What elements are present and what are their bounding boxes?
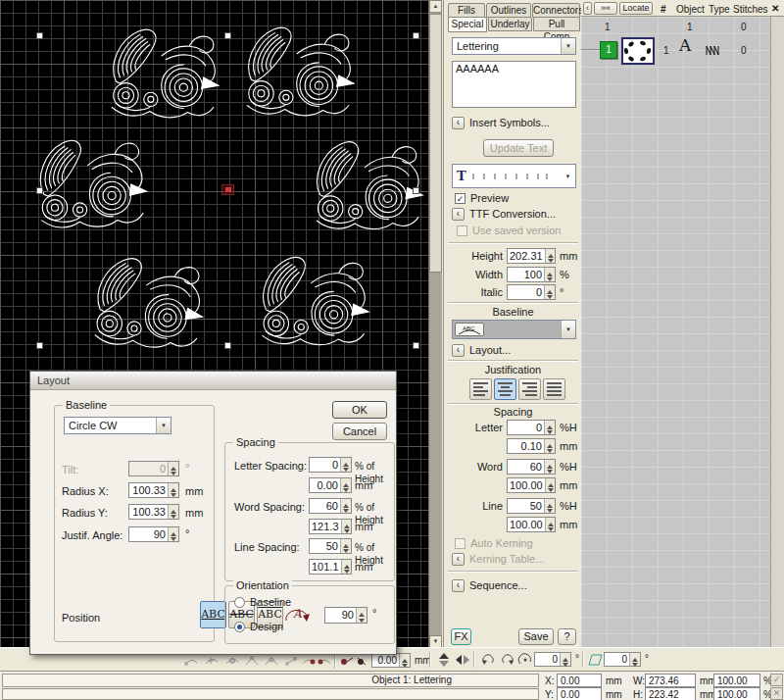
spinner-control[interactable]	[544, 499, 555, 513]
exit-point-icon[interactable]	[316, 654, 333, 670]
spinner-control[interactable]	[340, 539, 351, 553]
spinner-control[interactable]	[545, 518, 555, 531]
column-stitches[interactable]: Stitches	[733, 3, 768, 16]
expand-left-icon[interactable]: ‹	[452, 344, 465, 357]
spinner-control[interactable]	[168, 483, 178, 497]
lettering-style-select[interactable]: Lettering ▼	[452, 37, 576, 55]
tab-connectors[interactable]: Connectors	[532, 3, 580, 18]
spinner-control[interactable]	[168, 527, 178, 541]
rotate-angle-field[interactable]: 0	[534, 652, 571, 667]
spinner-control[interactable]	[544, 439, 555, 453]
end-needle-icon[interactable]	[354, 654, 371, 670]
ok-button[interactable]: OK	[332, 401, 387, 419]
object-number[interactable]: 1	[663, 44, 669, 57]
line-spacing-pct-field[interactable]: 50	[309, 538, 352, 554]
baseline-type-select[interactable]: Circle CW ▼	[64, 417, 172, 434]
rotate-ccw-icon[interactable]	[479, 652, 497, 668]
spinner-control[interactable]	[560, 653, 570, 666]
word-pct-field[interactable]: 60	[507, 459, 556, 475]
spinner-control[interactable]	[545, 249, 555, 263]
spinner-control[interactable]	[545, 478, 555, 492]
radius-y-field[interactable]: 100.33	[128, 504, 179, 520]
baseline-center-marker[interactable]	[221, 184, 234, 195]
dialog-title[interactable]: Layout	[30, 372, 396, 390]
lettering-type-icon[interactable]: A	[679, 39, 691, 52]
satin-stitch-icon[interactable]	[705, 43, 721, 57]
object-thumbnail[interactable]	[621, 37, 655, 65]
letter-mm-field[interactable]: 0.10	[507, 438, 556, 454]
justify-right-button[interactable]	[518, 378, 541, 400]
embroidery-design[interactable]	[231, 24, 361, 124]
tab-special[interactable]: Special	[448, 17, 487, 32]
chevron-down-icon[interactable]: ▼	[561, 38, 575, 54]
collapse-all-button[interactable]: »«	[594, 2, 617, 15]
line-spacing-mm-field[interactable]: 101.1	[309, 559, 352, 575]
locate-button[interactable]: Locate	[619, 2, 653, 15]
spinner-control[interactable]	[341, 560, 351, 574]
color-badge[interactable]: 1	[600, 41, 617, 59]
tab-outlines[interactable]: Outlines	[486, 3, 531, 18]
chevron-down-icon[interactable]: ▼	[156, 418, 171, 433]
embroidery-design[interactable]	[298, 135, 430, 240]
height-field[interactable]: 202.31	[507, 248, 556, 264]
spinner-control[interactable]	[340, 478, 351, 492]
stitch-angle-icon[interactable]	[282, 654, 300, 670]
x-field[interactable]: 0.00	[557, 674, 602, 687]
insert-symbols-button[interactable]: Insert Symbols...	[469, 117, 550, 129]
selection-handle[interactable]	[36, 187, 43, 194]
chevron-down-icon[interactable]: ▼	[561, 165, 575, 187]
spinner-control[interactable]	[399, 654, 410, 667]
justify-left-button[interactable]	[469, 378, 492, 400]
kerning-table-button[interactable]: Kerning Table...	[469, 553, 544, 566]
spinner-control[interactable]	[356, 608, 367, 623]
spinner-control[interactable]	[544, 268, 555, 281]
selection-handle[interactable]	[36, 342, 43, 349]
embroidery-design[interactable]	[245, 252, 376, 354]
w-field[interactable]: 273.46	[645, 674, 696, 687]
column-type[interactable]: Type	[709, 3, 730, 16]
curve-point-icon[interactable]	[263, 654, 280, 670]
spinner-control[interactable]	[544, 460, 555, 474]
column-object[interactable]: Object	[676, 3, 705, 16]
word-spacing-mm-field[interactable]: 121.3	[309, 519, 352, 534]
cancel-x-icon[interactable]: ✕	[770, 687, 783, 700]
apply-check-icon[interactable]: ✓	[770, 674, 783, 686]
update-text-button[interactable]: Update Text	[483, 139, 554, 157]
rotate-angle-icon[interactable]	[516, 652, 534, 668]
scroll-up-icon[interactable]: ▲	[429, 0, 442, 13]
add-point-icon[interactable]	[203, 654, 220, 670]
expand-left-icon[interactable]: ‹	[452, 579, 465, 592]
line-mm-field[interactable]: 100.00	[507, 517, 556, 532]
orientation-baseline-radio[interactable]	[234, 597, 245, 608]
preview-checkbox[interactable]: ✓	[455, 193, 466, 204]
justify-full-button[interactable]	[543, 378, 565, 400]
word-spacing-pct-field[interactable]: 60	[309, 498, 352, 514]
spinner-control[interactable]	[168, 505, 178, 519]
close-icon[interactable]: ✕	[771, 2, 779, 15]
y-field[interactable]: 0.00	[557, 687, 602, 700]
h-pct-field[interactable]: 100.00	[713, 687, 760, 700]
help-button[interactable]: ?	[558, 628, 576, 645]
canvas-vertical-scrollbar[interactable]: ▲ ▼	[428, 0, 442, 649]
tab-fills[interactable]: Fills	[448, 3, 485, 18]
expand-left-icon[interactable]: ‹	[452, 117, 465, 129]
spinner-control[interactable]	[544, 285, 555, 299]
spinner-control[interactable]	[340, 458, 351, 472]
spinner-control[interactable]	[629, 653, 640, 666]
radius-x-field[interactable]: 100.33	[128, 482, 179, 498]
cancel-button[interactable]: Cancel	[332, 423, 387, 440]
letter-pct-field[interactable]: 0	[507, 420, 556, 435]
lettering-text-input[interactable]: AAAAAA	[452, 61, 576, 108]
h-field[interactable]: 223.42	[645, 687, 696, 700]
embroidery-design[interactable]	[21, 131, 157, 240]
save-button[interactable]: Save	[518, 628, 554, 645]
object-list-scrollbar[interactable]	[770, 17, 784, 649]
font-select[interactable]: T ▼	[452, 164, 576, 188]
ttf-conversion-button[interactable]: TTF Conversion...	[469, 208, 556, 221]
skew-angle-field[interactable]: 0	[604, 652, 641, 667]
corner-point-icon[interactable]	[243, 654, 261, 670]
delete-point-icon[interactable]	[223, 654, 241, 670]
line-pct-field[interactable]: 50	[507, 498, 556, 514]
use-saved-checkbox[interactable]	[457, 225, 467, 236]
letter-spacing-pct-field[interactable]: 0	[309, 457, 352, 473]
